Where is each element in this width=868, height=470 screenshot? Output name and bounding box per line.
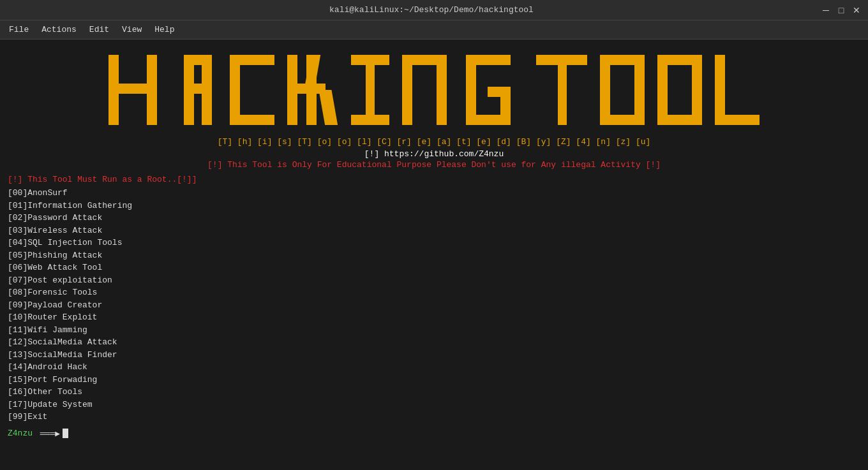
menu-item-11[interactable]: [11]Wifi Jamming (8, 324, 860, 337)
menu-help[interactable]: Help (148, 22, 181, 37)
prompt-arrow: ═══▶ (35, 429, 60, 439)
menu-item-15[interactable]: [15]Port Forwading (8, 374, 860, 386)
menu-file[interactable]: File (3, 22, 35, 37)
menu-item-10[interactable]: [10]Router Exploit (8, 311, 860, 324)
menu-item-16[interactable]: [16]Other Tools (8, 386, 860, 399)
terminal-content[interactable]: [T] [h] [i] [s] [T] [o] [o] [l] [C] [r] … (0, 40, 868, 470)
window-title: kali@kaliLinux:~/Desktop/Demo/hackingtoo… (43, 5, 819, 15)
svg-rect-31 (600, 55, 610, 125)
svg-rect-38 (715, 115, 760, 125)
close-button[interactable]: ✕ (850, 4, 863, 17)
svg-rect-9 (230, 55, 240, 125)
svg-rect-20 (437, 55, 447, 125)
svg-rect-21 (402, 55, 447, 65)
svg-rect-2 (108, 84, 157, 94)
svg-rect-14 (306, 90, 317, 125)
menu-item-03[interactable]: [03]Wireless Attack (8, 224, 860, 237)
menu-item-09[interactable]: [09]Payload Creator (8, 299, 860, 312)
title-bar: kali@kaliLinux:~/Desktop/Demo/hackingtoo… (0, 0, 868, 20)
menu-view[interactable]: View (116, 22, 148, 37)
github-link: [!] https://github.com/Z4nzu (8, 149, 860, 159)
menu-item-12[interactable]: [12]SocialMedia Attack (8, 336, 860, 349)
menu-item-99[interactable]: [99]Exit (8, 411, 860, 423)
prompt-line[interactable]: Z4nzu ═══▶ (8, 429, 860, 439)
subtitle-chars: [T] [h] [i] [s] [T] [o] [o] [l] [C] [r] … (8, 137, 860, 147)
svg-rect-5 (184, 55, 212, 65)
svg-rect-35 (657, 55, 668, 125)
terminal-window: kali@kaliLinux:~/Desktop/Demo/hackingtoo… (0, 0, 868, 470)
svg-rect-18 (366, 55, 375, 125)
menu-item-14[interactable]: [14]Android Hack (8, 361, 860, 374)
menu-item-07[interactable]: [07]Post exploitation (8, 274, 860, 287)
svg-rect-37 (715, 55, 725, 125)
menu-item-17[interactable]: [17]Update System (8, 399, 860, 411)
minimize-button[interactable]: ─ (819, 4, 832, 17)
svg-rect-26 (500, 87, 511, 125)
menu-item-06[interactable]: [06]Web Attack Tool (8, 261, 860, 274)
svg-rect-15 (318, 90, 338, 125)
warning-text: [!] This Tool is Only For Educational Pu… (8, 160, 860, 170)
svg-rect-19 (402, 55, 412, 125)
menu-item-08[interactable]: [08]Forensic Tools (8, 286, 860, 299)
svg-rect-36 (692, 55, 702, 125)
maximize-button[interactable]: □ (835, 4, 848, 17)
menu-item-05[interactable]: [05]Phishing Attack (8, 249, 860, 262)
menu-item-02[interactable]: [02]Password Attack (8, 212, 860, 224)
cursor-block (63, 429, 68, 438)
menu-item-04[interactable]: [04]SQL Injection Tools (8, 237, 860, 249)
menu-item-00[interactable]: [00]AnonSurf (8, 187, 860, 200)
svg-rect-6 (184, 84, 212, 94)
root-warning: [!] This Tool Must Run as a Root..[!]] (8, 175, 860, 184)
menu-item-13[interactable]: [13]SocialMedia Finder (8, 349, 860, 362)
svg-rect-28 (558, 55, 567, 125)
menu-bar: File Actions Edit View Help (0, 20, 868, 40)
menu-item-01[interactable]: [01]Information Gathering (8, 200, 860, 212)
window-controls: ─ □ ✕ (819, 4, 863, 17)
hacking-tool-svg (102, 48, 766, 131)
menu-edit[interactable]: Edit (83, 22, 116, 37)
svg-rect-32 (634, 55, 645, 125)
menu-actions[interactable]: Actions (35, 22, 83, 37)
ascii-art-banner (8, 48, 860, 135)
prompt-username: Z4nzu (8, 429, 33, 438)
svg-rect-24 (466, 55, 476, 125)
menu-list: [00]AnonSurf [01]Information Gathering [… (8, 187, 860, 423)
